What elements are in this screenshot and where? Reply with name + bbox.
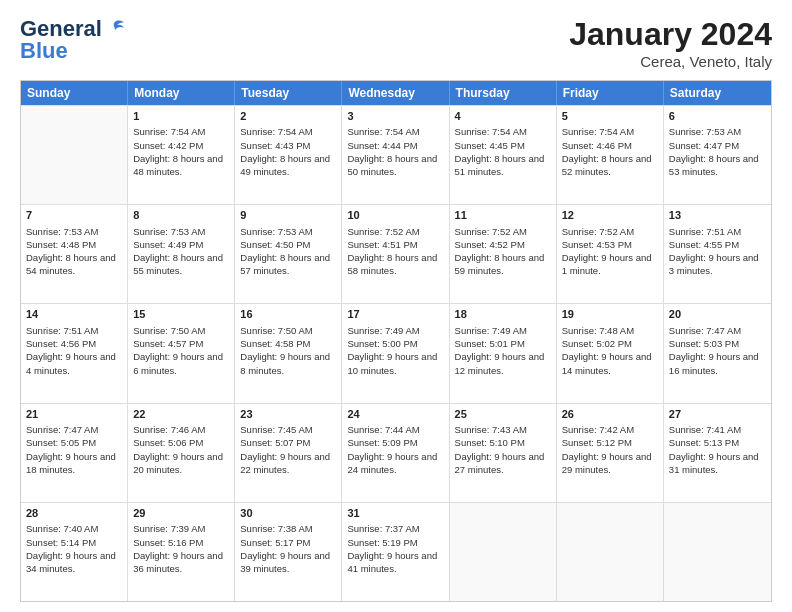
sunset-text: Sunset: 5:12 PM bbox=[562, 436, 658, 449]
day-of-week-friday: Friday bbox=[557, 81, 664, 105]
daylight-text: Daylight: 8 hours and 53 minutes. bbox=[669, 152, 766, 179]
sunrise-text: Sunrise: 7:37 AM bbox=[347, 522, 443, 535]
sunrise-text: Sunrise: 7:44 AM bbox=[347, 423, 443, 436]
sunset-text: Sunset: 5:19 PM bbox=[347, 536, 443, 549]
calendar-cell: 3Sunrise: 7:54 AMSunset: 4:44 PMDaylight… bbox=[342, 106, 449, 204]
sunset-text: Sunset: 5:05 PM bbox=[26, 436, 122, 449]
daylight-text: Daylight: 9 hours and 36 minutes. bbox=[133, 549, 229, 576]
calendar-cell: 20Sunrise: 7:47 AMSunset: 5:03 PMDayligh… bbox=[664, 304, 771, 402]
sunrise-text: Sunrise: 7:49 AM bbox=[455, 324, 551, 337]
calendar-cell: 13Sunrise: 7:51 AMSunset: 4:55 PMDayligh… bbox=[664, 205, 771, 303]
daylight-text: Daylight: 9 hours and 27 minutes. bbox=[455, 450, 551, 477]
daylight-text: Daylight: 9 hours and 3 minutes. bbox=[669, 251, 766, 278]
day-number: 31 bbox=[347, 506, 443, 521]
daylight-text: Daylight: 9 hours and 18 minutes. bbox=[26, 450, 122, 477]
calendar: SundayMondayTuesdayWednesdayThursdayFrid… bbox=[20, 80, 772, 602]
sunset-text: Sunset: 4:55 PM bbox=[669, 238, 766, 251]
calendar-cell bbox=[450, 503, 557, 601]
day-of-week-saturday: Saturday bbox=[664, 81, 771, 105]
calendar-cell: 21Sunrise: 7:47 AMSunset: 5:05 PMDayligh… bbox=[21, 404, 128, 502]
daylight-text: Daylight: 9 hours and 31 minutes. bbox=[669, 450, 766, 477]
sunset-text: Sunset: 5:02 PM bbox=[562, 337, 658, 350]
daylight-text: Daylight: 8 hours and 49 minutes. bbox=[240, 152, 336, 179]
month-title: January 2024 bbox=[569, 16, 772, 53]
logo-bird-icon bbox=[104, 18, 126, 40]
daylight-text: Daylight: 9 hours and 22 minutes. bbox=[240, 450, 336, 477]
day-number: 12 bbox=[562, 208, 658, 223]
sunrise-text: Sunrise: 7:49 AM bbox=[347, 324, 443, 337]
sunrise-text: Sunrise: 7:51 AM bbox=[669, 225, 766, 238]
day-number: 19 bbox=[562, 307, 658, 322]
sunset-text: Sunset: 4:47 PM bbox=[669, 139, 766, 152]
daylight-text: Daylight: 9 hours and 10 minutes. bbox=[347, 350, 443, 377]
calendar-cell: 8Sunrise: 7:53 AMSunset: 4:49 PMDaylight… bbox=[128, 205, 235, 303]
daylight-text: Daylight: 9 hours and 4 minutes. bbox=[26, 350, 122, 377]
calendar-cell: 5Sunrise: 7:54 AMSunset: 4:46 PMDaylight… bbox=[557, 106, 664, 204]
day-of-week-wednesday: Wednesday bbox=[342, 81, 449, 105]
day-number: 13 bbox=[669, 208, 766, 223]
sunset-text: Sunset: 4:52 PM bbox=[455, 238, 551, 251]
daylight-text: Daylight: 9 hours and 12 minutes. bbox=[455, 350, 551, 377]
calendar-row-5: 28Sunrise: 7:40 AMSunset: 5:14 PMDayligh… bbox=[21, 502, 771, 601]
day-number: 15 bbox=[133, 307, 229, 322]
calendar-cell: 19Sunrise: 7:48 AMSunset: 5:02 PMDayligh… bbox=[557, 304, 664, 402]
sunset-text: Sunset: 5:16 PM bbox=[133, 536, 229, 549]
calendar-cell: 16Sunrise: 7:50 AMSunset: 4:58 PMDayligh… bbox=[235, 304, 342, 402]
sunset-text: Sunset: 5:17 PM bbox=[240, 536, 336, 549]
page: General Blue January 2024 Cerea, Veneto,… bbox=[0, 0, 792, 612]
calendar-body: 1Sunrise: 7:54 AMSunset: 4:42 PMDaylight… bbox=[21, 105, 771, 601]
sunrise-text: Sunrise: 7:54 AM bbox=[240, 125, 336, 138]
sunrise-text: Sunrise: 7:43 AM bbox=[455, 423, 551, 436]
day-number: 24 bbox=[347, 407, 443, 422]
calendar-cell: 4Sunrise: 7:54 AMSunset: 4:45 PMDaylight… bbox=[450, 106, 557, 204]
calendar-cell: 6Sunrise: 7:53 AMSunset: 4:47 PMDaylight… bbox=[664, 106, 771, 204]
calendar-header: SundayMondayTuesdayWednesdayThursdayFrid… bbox=[21, 81, 771, 105]
day-of-week-tuesday: Tuesday bbox=[235, 81, 342, 105]
day-number: 17 bbox=[347, 307, 443, 322]
sunrise-text: Sunrise: 7:48 AM bbox=[562, 324, 658, 337]
day-number: 4 bbox=[455, 109, 551, 124]
sunrise-text: Sunrise: 7:42 AM bbox=[562, 423, 658, 436]
day-number: 16 bbox=[240, 307, 336, 322]
sunrise-text: Sunrise: 7:52 AM bbox=[562, 225, 658, 238]
sunrise-text: Sunrise: 7:50 AM bbox=[240, 324, 336, 337]
sunset-text: Sunset: 5:07 PM bbox=[240, 436, 336, 449]
sunrise-text: Sunrise: 7:54 AM bbox=[133, 125, 229, 138]
daylight-text: Daylight: 9 hours and 20 minutes. bbox=[133, 450, 229, 477]
sunrise-text: Sunrise: 7:45 AM bbox=[240, 423, 336, 436]
sunset-text: Sunset: 4:56 PM bbox=[26, 337, 122, 350]
sunrise-text: Sunrise: 7:38 AM bbox=[240, 522, 336, 535]
sunset-text: Sunset: 5:13 PM bbox=[669, 436, 766, 449]
calendar-cell: 22Sunrise: 7:46 AMSunset: 5:06 PMDayligh… bbox=[128, 404, 235, 502]
header: General Blue January 2024 Cerea, Veneto,… bbox=[20, 16, 772, 70]
day-number: 18 bbox=[455, 307, 551, 322]
daylight-text: Daylight: 9 hours and 39 minutes. bbox=[240, 549, 336, 576]
day-number: 9 bbox=[240, 208, 336, 223]
sunset-text: Sunset: 4:53 PM bbox=[562, 238, 658, 251]
calendar-cell: 15Sunrise: 7:50 AMSunset: 4:57 PMDayligh… bbox=[128, 304, 235, 402]
calendar-cell bbox=[557, 503, 664, 601]
sunset-text: Sunset: 5:09 PM bbox=[347, 436, 443, 449]
day-number: 7 bbox=[26, 208, 122, 223]
sunset-text: Sunset: 4:50 PM bbox=[240, 238, 336, 251]
day-of-week-monday: Monday bbox=[128, 81, 235, 105]
daylight-text: Daylight: 8 hours and 51 minutes. bbox=[455, 152, 551, 179]
day-number: 10 bbox=[347, 208, 443, 223]
daylight-text: Daylight: 8 hours and 57 minutes. bbox=[240, 251, 336, 278]
logo-blue: Blue bbox=[20, 38, 68, 64]
daylight-text: Daylight: 8 hours and 54 minutes. bbox=[26, 251, 122, 278]
day-number: 21 bbox=[26, 407, 122, 422]
calendar-row-4: 21Sunrise: 7:47 AMSunset: 5:05 PMDayligh… bbox=[21, 403, 771, 502]
sunrise-text: Sunrise: 7:46 AM bbox=[133, 423, 229, 436]
day-number: 8 bbox=[133, 208, 229, 223]
sunrise-text: Sunrise: 7:53 AM bbox=[133, 225, 229, 238]
calendar-cell: 25Sunrise: 7:43 AMSunset: 5:10 PMDayligh… bbox=[450, 404, 557, 502]
day-number: 30 bbox=[240, 506, 336, 521]
calendar-cell: 26Sunrise: 7:42 AMSunset: 5:12 PMDayligh… bbox=[557, 404, 664, 502]
sunrise-text: Sunrise: 7:53 AM bbox=[26, 225, 122, 238]
calendar-row-2: 7Sunrise: 7:53 AMSunset: 4:48 PMDaylight… bbox=[21, 204, 771, 303]
sunrise-text: Sunrise: 7:54 AM bbox=[455, 125, 551, 138]
sunrise-text: Sunrise: 7:39 AM bbox=[133, 522, 229, 535]
sunset-text: Sunset: 5:06 PM bbox=[133, 436, 229, 449]
location-subtitle: Cerea, Veneto, Italy bbox=[569, 53, 772, 70]
